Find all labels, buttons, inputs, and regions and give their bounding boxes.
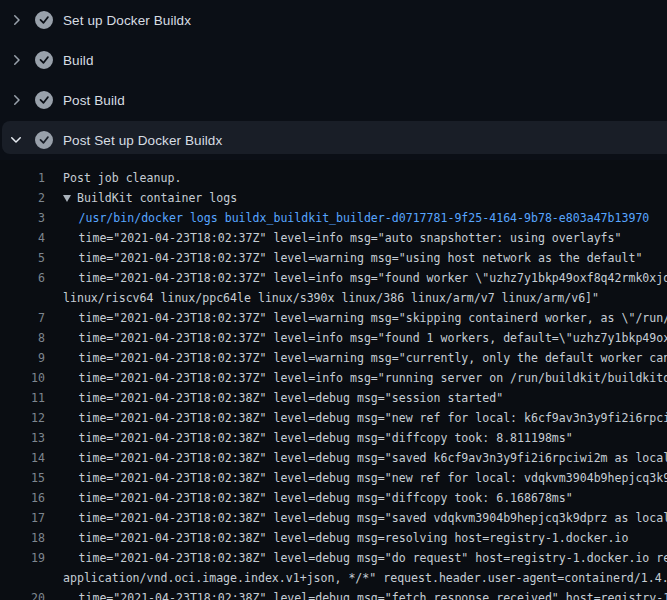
log-line-number[interactable]: 4	[0, 228, 45, 248]
log-line-text: time="2021-04-23T18:02:37Z" level=warnin…	[79, 251, 643, 265]
log-line-text: time="2021-04-23T18:02:38Z" level=debug …	[79, 411, 667, 425]
log-line: 7time="2021-04-23T18:02:37Z" level=warni…	[0, 308, 667, 328]
check-circle-icon	[35, 51, 53, 69]
check-circle-icon	[35, 131, 53, 149]
log-line-number[interactable]: 14	[0, 448, 45, 468]
log-line-number[interactable]: 5	[0, 248, 45, 268]
log-line-text: time="2021-04-23T18:02:38Z" level=debug …	[79, 431, 573, 445]
log-line: 15time="2021-04-23T18:02:38Z" level=debu…	[0, 468, 667, 488]
step-row-post-setup-docker-buildx[interactable]: Post Set up Docker Buildx	[0, 120, 667, 160]
chevron-down-icon	[8, 132, 24, 148]
log-line: 10time="2021-04-23T18:02:37Z" level=info…	[0, 368, 667, 388]
log-line-number[interactable]: 2	[0, 188, 45, 208]
log-line-text: time="2021-04-23T18:02:37Z" level=info m…	[79, 331, 667, 345]
log-line: 11time="2021-04-23T18:02:38Z" level=debu…	[0, 388, 667, 408]
log-line-text: time="2021-04-23T18:02:38Z" level=debug …	[79, 511, 667, 525]
log-line-number[interactable]: 3	[0, 208, 45, 228]
log-line: 20time="2021-04-23T18:02:38Z" level=debu…	[0, 588, 667, 600]
log-line-text: time="2021-04-23T18:02:37Z" level=warnin…	[79, 351, 667, 365]
log-line-number[interactable]: 19	[0, 548, 45, 568]
log-line-number[interactable]: 9	[0, 348, 45, 368]
log-line-text: Post job cleanup.	[63, 171, 181, 185]
log-line: 1Post job cleanup.	[0, 168, 667, 188]
group-title: BuildKit container logs	[77, 191, 237, 205]
group-expanded-triangle-icon[interactable]	[63, 195, 71, 202]
log-line-text: time="2021-04-23T18:02:38Z" level=debug …	[79, 471, 667, 485]
check-circle-icon	[35, 91, 53, 109]
log-command-link[interactable]: /usr/bin/docker logs buildx_buildkit_bui…	[79, 211, 650, 225]
log-line-number[interactable]: 1	[0, 168, 45, 188]
chevron-right-icon	[8, 52, 24, 68]
log-line: 13time="2021-04-23T18:02:38Z" level=debu…	[0, 428, 667, 448]
step-label: Post Set up Docker Buildx	[63, 133, 222, 148]
log-output: 1Post job cleanup.2BuildKit container lo…	[0, 160, 667, 600]
log-line: 17time="2021-04-23T18:02:38Z" level=debu…	[0, 508, 667, 528]
log-line-text: linux/riscv64 linux/ppc64le linux/s390x …	[63, 291, 599, 305]
chevron-right-icon	[8, 92, 24, 108]
log-line-text: time="2021-04-23T18:02:37Z" level=warnin…	[79, 311, 667, 325]
log-line-text: time="2021-04-23T18:02:38Z" level=debug …	[79, 491, 573, 505]
log-line-number[interactable]: 10	[0, 368, 45, 388]
log-line: 3/usr/bin/docker logs buildx_buildkit_bu…	[0, 208, 667, 228]
log-line-number[interactable]: 7	[0, 308, 45, 328]
log-line-text: time="2021-04-23T18:02:38Z" level=debug …	[79, 551, 667, 565]
log-line-number[interactable]: 20	[0, 588, 45, 600]
step-label: Build	[63, 53, 94, 68]
log-line: linux/riscv64 linux/ppc64le linux/s390x …	[0, 288, 667, 308]
log-line: 9time="2021-04-23T18:02:37Z" level=warni…	[0, 348, 667, 368]
log-line: 12time="2021-04-23T18:02:38Z" level=debu…	[0, 408, 667, 428]
log-line-text: time="2021-04-23T18:02:37Z" level=info m…	[79, 231, 622, 245]
log-line-number[interactable]: 16	[0, 488, 45, 508]
log-line-number[interactable]: 8	[0, 328, 45, 348]
log-line-text: time="2021-04-23T18:02:37Z" level=info m…	[79, 371, 667, 385]
log-line-text: application/vnd.oci.image.index.v1+json,…	[63, 571, 667, 585]
check-circle-icon	[35, 11, 53, 29]
log-line: application/vnd.oci.image.index.v1+json,…	[0, 568, 667, 588]
chevron-right-icon	[8, 12, 24, 28]
log-line: 14time="2021-04-23T18:02:38Z" level=debu…	[0, 448, 667, 468]
log-line: 2BuildKit container logs	[0, 188, 667, 208]
log-line-text: BuildKit container logs	[63, 191, 237, 205]
log-line-number[interactable]: 17	[0, 508, 45, 528]
log-line: 6time="2021-04-23T18:02:37Z" level=info …	[0, 268, 667, 288]
log-line: 8time="2021-04-23T18:02:37Z" level=info …	[0, 328, 667, 348]
log-line-text: time="2021-04-23T18:02:38Z" level=debug …	[79, 531, 629, 545]
log-line: 18time="2021-04-23T18:02:38Z" level=debu…	[0, 528, 667, 548]
step-label: Post Build	[63, 93, 125, 108]
step-row-build[interactable]: Build	[0, 40, 667, 80]
log-line-text: time="2021-04-23T18:02:38Z" level=debug …	[79, 391, 504, 405]
log-line: 19time="2021-04-23T18:02:38Z" level=debu…	[0, 548, 667, 568]
log-line: 4time="2021-04-23T18:02:37Z" level=info …	[0, 228, 667, 248]
log-line: 5time="2021-04-23T18:02:37Z" level=warni…	[0, 248, 667, 268]
step-label: Set up Docker Buildx	[63, 13, 191, 28]
log-line-number[interactable]: 13	[0, 428, 45, 448]
log-line-number[interactable]: 18	[0, 528, 45, 548]
log-line-number[interactable]: 6	[0, 268, 45, 288]
step-row-setup-docker-buildx[interactable]: Set up Docker Buildx	[0, 0, 667, 40]
step-row-post-build[interactable]: Post Build	[0, 80, 667, 120]
log-line: 16time="2021-04-23T18:02:38Z" level=debu…	[0, 488, 667, 508]
log-line-text: time="2021-04-23T18:02:37Z" level=info m…	[79, 271, 667, 285]
log-line-number[interactable]: 12	[0, 408, 45, 428]
log-line-number[interactable]: 15	[0, 468, 45, 488]
log-line-number[interactable]: 11	[0, 388, 45, 408]
steps-panel: Set up Docker Buildx Build Post Build	[0, 0, 667, 160]
log-line-text: time="2021-04-23T18:02:38Z" level=debug …	[79, 451, 667, 465]
log-line-text: time="2021-04-23T18:02:38Z" level=debug …	[79, 591, 667, 600]
